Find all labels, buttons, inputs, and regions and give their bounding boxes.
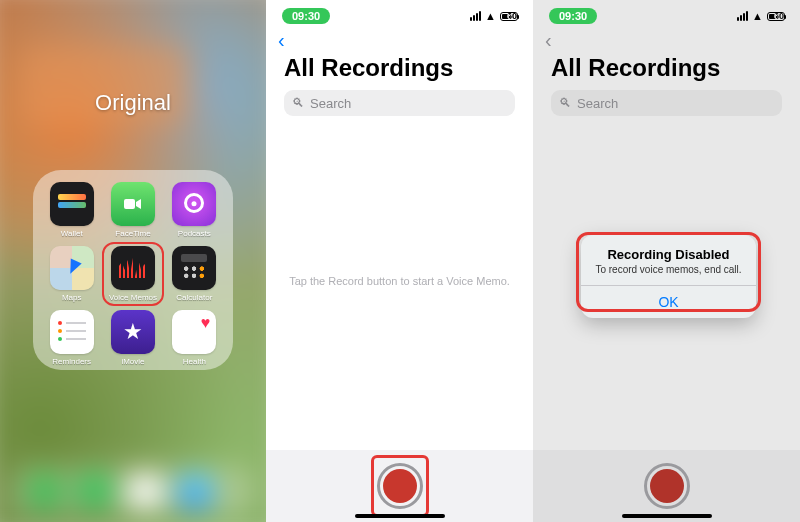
app-calculator[interactable]: Calculator (168, 246, 221, 302)
facetime-icon (111, 182, 155, 226)
record-toolbar (533, 450, 800, 522)
app-facetime[interactable]: FaceTime (106, 182, 159, 238)
search-input[interactable]: 🔍︎ Search (284, 90, 515, 116)
cellular-signal-icon (737, 11, 748, 21)
page-title: All Recordings (266, 54, 533, 90)
highlight-box (576, 232, 761, 312)
status-bar: 09:30 ▲ 60 (266, 0, 533, 26)
search-icon: 🔍︎ (292, 96, 304, 110)
folder-title: Original (0, 90, 266, 116)
home-screen-panel: Original Wallet FaceTime Podcasts Maps V… (0, 0, 266, 522)
calculator-icon (172, 246, 216, 290)
app-maps[interactable]: Maps (45, 246, 98, 302)
imovie-icon (111, 310, 155, 354)
search-placeholder: Search (577, 96, 618, 111)
battery-text: 60 (774, 11, 784, 21)
wallet-icon (50, 182, 94, 226)
app-podcasts[interactable]: Podcasts (168, 182, 221, 238)
app-folder: Wallet FaceTime Podcasts Maps Voice Memo… (33, 170, 233, 370)
voice-memos-icon (111, 246, 155, 290)
empty-hint: Tap the Record button to start a Voice M… (266, 275, 533, 287)
app-imovie[interactable]: iMovie (106, 310, 159, 366)
svg-rect-0 (124, 199, 135, 209)
status-time-pill[interactable]: 09:30 (282, 8, 330, 24)
back-button: ‹ (545, 29, 552, 52)
nav-row: ‹ (266, 26, 533, 54)
home-indicator[interactable] (355, 514, 445, 518)
reminders-icon (50, 310, 94, 354)
app-reminders[interactable]: Reminders (45, 310, 98, 366)
app-health[interactable]: Health (168, 310, 221, 366)
search-input: 🔍︎ Search (551, 90, 782, 116)
nav-row: ‹ (533, 26, 800, 54)
voice-memos-panel: 09:30 ▲ 60 ‹ All Recordings 🔍︎ Search Ta… (266, 0, 533, 522)
home-indicator[interactable] (622, 514, 712, 518)
back-button[interactable]: ‹ (278, 29, 285, 52)
search-icon: 🔍︎ (559, 96, 571, 110)
app-wallet[interactable]: Wallet (45, 182, 98, 238)
app-voice-memos[interactable]: Voice Memos (102, 242, 163, 306)
cellular-signal-icon (470, 11, 481, 21)
status-time-pill[interactable]: 09:30 (549, 8, 597, 24)
battery-text: 60 (507, 11, 517, 21)
status-bar: 09:30 ▲ 60 (533, 0, 800, 26)
page-title: All Recordings (533, 54, 800, 90)
maps-icon (50, 246, 94, 290)
record-button (644, 463, 690, 509)
podcasts-icon (172, 182, 216, 226)
highlight-box (371, 455, 429, 517)
wifi-icon: ▲ (752, 10, 763, 22)
health-icon (172, 310, 216, 354)
voice-memos-alert-panel: 09:30 ▲ 60 ‹ All Recordings 🔍︎ Search Re… (533, 0, 800, 522)
wifi-icon: ▲ (485, 10, 496, 22)
search-placeholder: Search (310, 96, 351, 111)
